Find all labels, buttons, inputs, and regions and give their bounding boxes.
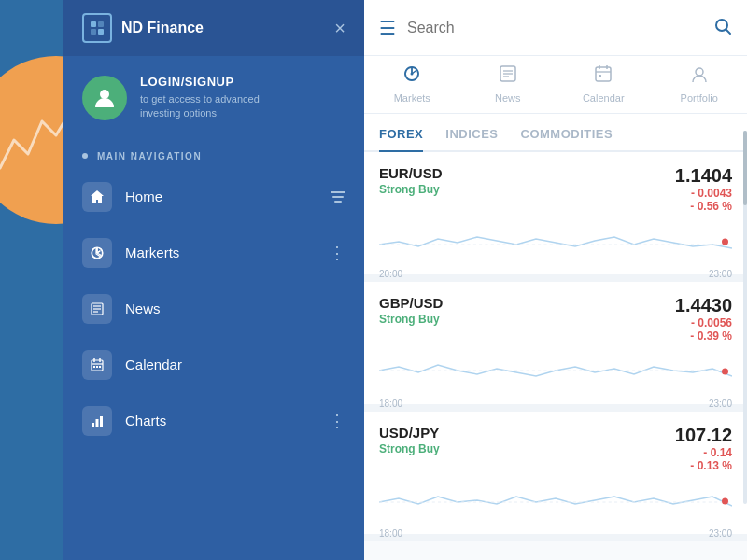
- forex-signal-eurusd: Strong Buy: [379, 183, 443, 196]
- close-button[interactable]: ×: [334, 19, 345, 37]
- sidebar-item-home[interactable]: Home: [63, 169, 364, 225]
- forex-pair-eurusd: EUR/USD: [379, 165, 443, 181]
- app-title: ND Finance: [121, 20, 204, 36]
- tab-news[interactable]: News: [460, 63, 557, 113]
- markets-tab-icon: [402, 63, 422, 89]
- avatar: [82, 76, 127, 120]
- sidebar-header: ND Finance ×: [63, 0, 364, 56]
- svg-rect-0: [91, 21, 96, 27]
- right-panel: ☰ Markets: [364, 0, 747, 560]
- forex-change1-gbpusd: - 0.0056: [691, 316, 732, 329]
- profile-text: LOGIN/SIGNUP to get access to advanced i…: [140, 75, 260, 121]
- search-input[interactable]: [407, 14, 702, 42]
- sub-tab-bar: FOREX INDICES COMMODITIES: [364, 114, 747, 152]
- tab-markets[interactable]: Markets: [364, 63, 460, 113]
- calendar-tab-icon: [593, 63, 613, 89]
- scroll-thumb: [743, 131, 747, 205]
- forex-signal-usdjpy: Strong Buy: [379, 442, 440, 455]
- sidebar-item-news[interactable]: News: [63, 281, 364, 337]
- svg-rect-30: [596, 67, 611, 81]
- chart-dot-eurusd: [722, 239, 728, 245]
- svg-rect-17: [96, 366, 98, 368]
- chart-dot-usdjpy: [722, 498, 728, 505]
- svg-rect-20: [96, 419, 99, 427]
- svg-rect-19: [92, 423, 94, 427]
- sidebar-logo: ND Finance: [82, 13, 204, 43]
- markets-icon: [82, 238, 112, 268]
- search-wrap: [407, 14, 702, 42]
- forex-change1-usdjpy: - 0.14: [703, 446, 732, 459]
- forex-price-usdjpy: 107.12: [675, 425, 732, 446]
- sidebar-item-charts[interactable]: Charts ⋮: [63, 393, 364, 449]
- mini-chart-eurusd: 20:00 23:00: [379, 218, 732, 265]
- top-bar: ☰: [364, 0, 747, 56]
- forex-price-eurusd: 1.1404: [675, 165, 732, 187]
- forex-price-gbpusd: 1.4430: [675, 295, 732, 316]
- svg-rect-12: [92, 360, 103, 371]
- tab-bar: Markets News: [364, 56, 747, 114]
- forex-change2-eurusd: - 0.56 %: [690, 200, 732, 213]
- login-subtitle: to get access to advanced investing opti…: [140, 92, 260, 121]
- filter-icon: [331, 191, 345, 203]
- search-icon-button[interactable]: [713, 17, 732, 38]
- tab-calendar[interactable]: Calendar: [556, 63, 652, 113]
- forex-row-eurusd[interactable]: EUR/USD Strong Buy 1.1404 - 0.0043 - 0.5…: [364, 152, 747, 282]
- svg-rect-21: [100, 416, 103, 427]
- svg-rect-18: [99, 366, 101, 368]
- sub-tab-forex[interactable]: FOREX: [379, 114, 423, 150]
- svg-point-4: [100, 90, 109, 99]
- logo-icon: [82, 13, 112, 43]
- forex-change1-eurusd: - 0.0043: [691, 187, 732, 200]
- forex-change2-gbpusd: - 0.39 %: [690, 329, 732, 343]
- chart-times-eurusd: 20:00 23:00: [379, 269, 732, 279]
- calendar-icon: [82, 350, 112, 380]
- sub-tab-commodities[interactable]: COMMODITIES: [521, 114, 613, 150]
- svg-rect-1: [98, 21, 104, 27]
- forex-row-gbpusd[interactable]: GBP/USD Strong Buy 1.4430 - 0.0056 - 0.3…: [364, 282, 747, 412]
- svg-rect-2: [91, 29, 96, 35]
- forex-pair-gbpusd: GBP/USD: [379, 295, 443, 311]
- hamburger-button[interactable]: ☰: [379, 19, 396, 37]
- chart-dot-gbpusd: [722, 369, 728, 375]
- content-area: FOREX INDICES COMMODITIES EUR/USD Strong…: [364, 114, 747, 560]
- mini-chart-gbpusd: 18:00 23:00: [379, 348, 732, 395]
- login-title: LOGIN/SIGNUP: [140, 75, 260, 89]
- nav-section-label: MAIN NAVIGATION: [63, 140, 364, 169]
- home-icon: [82, 182, 112, 212]
- sidebar-item-markets[interactable]: Markerts ⋮: [63, 225, 364, 281]
- svg-rect-16: [93, 366, 95, 368]
- forex-signal-gbpusd: Strong Buy: [379, 313, 443, 326]
- sub-tab-indices[interactable]: INDICES: [445, 114, 498, 150]
- charts-icon: [82, 406, 112, 436]
- svg-point-35: [696, 68, 703, 76]
- dots-icon-charts: ⋮: [329, 411, 345, 431]
- news-tab-icon: [498, 63, 518, 89]
- tab-portfolio[interactable]: Portfolio: [652, 63, 748, 113]
- forex-pair-usdjpy: USD/JPY: [379, 425, 440, 441]
- sidebar: ND Finance × LOGIN/SIGNUP to get access …: [63, 0, 364, 560]
- news-icon: [82, 294, 112, 324]
- svg-rect-3: [98, 29, 104, 35]
- chart-times-usdjpy: 18:00 23:00: [379, 528, 732, 539]
- svg-line-23: [726, 30, 731, 35]
- portfolio-tab-icon: [689, 63, 710, 89]
- mini-chart-usdjpy: 18:00 23:00: [379, 478, 732, 525]
- forex-row-usdjpy[interactable]: USD/JPY Strong Buy 107.12 - 0.14 - 0.13 …: [364, 412, 747, 541]
- sidebar-item-calendar[interactable]: Calendar: [63, 337, 364, 393]
- dots-icon: ⋮: [329, 243, 345, 263]
- scroll-track: [743, 131, 747, 504]
- svg-rect-34: [599, 75, 601, 77]
- nav-dot: [82, 153, 88, 159]
- chart-times-gbpusd: 18:00 23:00: [379, 399, 732, 409]
- forex-change2-usdjpy: - 0.13 %: [690, 459, 732, 472]
- profile-section: LOGIN/SIGNUP to get access to advanced i…: [63, 56, 364, 140]
